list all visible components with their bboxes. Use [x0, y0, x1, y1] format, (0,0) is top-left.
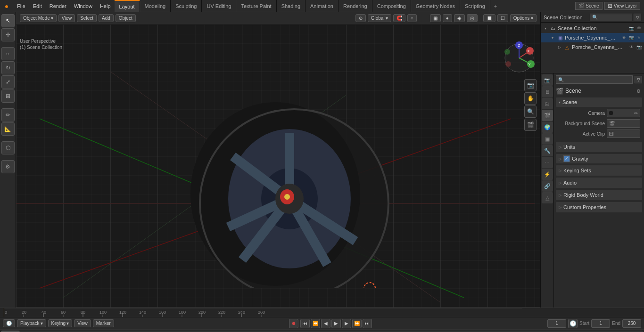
shading-wireframe-btn[interactable]: ▣	[430, 14, 441, 22]
scene-selector[interactable]: 🎬 Scene	[575, 2, 602, 10]
tool-select-box[interactable]: ↖	[1, 14, 15, 27]
shading-rendered-btn[interactable]: ◎	[467, 14, 478, 22]
props-section-scene-header[interactable]: ▾ Scene	[556, 97, 642, 107]
outliner-row-porsche-wheel[interactable]: ▾ ▣ Porsche_Cayenne_Wheel_001 👁 📷 🖱	[541, 33, 644, 42]
tab-modeling[interactable]: Modeling	[140, 0, 171, 12]
props-background-field[interactable]: 🎬	[607, 119, 640, 128]
outliner-expand-porsche[interactable]: ▾	[550, 35, 555, 40]
clock-icon-btn[interactable]: 🕐	[568, 319, 578, 328]
shading-solid-btn[interactable]: ●	[443, 14, 452, 22]
outliner-row-scene-collection[interactable]: ▾ 🗂 Scene Collection 📷 👁	[541, 24, 644, 33]
props-tab-object-data[interactable]: △	[542, 192, 553, 203]
hand-view-btn[interactable]: ✋	[524, 92, 537, 105]
timeline-keying-btn[interactable]: Keying ▾	[48, 319, 73, 327]
transform-space-btn[interactable]: Global ▾	[368, 14, 391, 22]
tab-texture-paint[interactable]: Texture Paint	[236, 0, 276, 12]
tool-transform[interactable]: ⊞	[1, 89, 15, 103]
viewport-object-menu[interactable]: Object	[116, 14, 136, 22]
tab-geometry-nodes[interactable]: Geometry Nodes	[411, 0, 460, 12]
menu-render[interactable]: Render	[46, 0, 70, 12]
tab-uv-editing[interactable]: UV Editing	[202, 0, 236, 12]
tool-scale[interactable]: ⤢	[1, 75, 15, 89]
props-tab-physics[interactable]: ⚡	[542, 169, 553, 180]
props-section-rigid-body-header[interactable]: ▷ Rigid Body World	[556, 190, 642, 200]
object-mode-dropdown[interactable]: Object Mode ▾	[20, 14, 57, 22]
viewport-3d[interactable]: Object Mode ▾ View Select Add Object ⊙ G…	[16, 12, 540, 308]
props-tab-constraints[interactable]: 🔗	[542, 180, 553, 192]
props-camera-field[interactable]: ✏	[607, 109, 640, 117]
props-tab-object[interactable]: ▣	[542, 133, 553, 145]
tab-layout[interactable]: Layout	[115, 0, 140, 12]
props-tab-particles[interactable]: ⋯	[542, 157, 553, 168]
outliner-cam-mesh[interactable]: 📷	[636, 44, 642, 50]
scrollbar-thumb[interactable]	[1, 331, 20, 332]
props-section-audio-header[interactable]: ▷ Audio	[556, 178, 642, 188]
outliner-cursor-porsche[interactable]: 🖱	[636, 34, 642, 41]
start-frame-field[interactable]: 1	[591, 319, 610, 328]
menu-help[interactable]: Help	[96, 0, 115, 12]
transport-step-back-btn[interactable]: ◀	[321, 319, 330, 328]
options-btn[interactable]: Options ▾	[510, 14, 537, 22]
proportional-edit-btn[interactable]: ○	[407, 14, 417, 22]
tool-add-primitive[interactable]: ⬡	[1, 141, 15, 154]
timeline-marker-btn[interactable]: Marker	[93, 319, 114, 327]
props-scene-options[interactable]: ⚙	[635, 87, 642, 95]
props-gravity-checkbox[interactable]: ✓	[563, 155, 570, 162]
props-tab-world[interactable]: 🌍	[542, 121, 553, 133]
tool-cursor[interactable]: ✛	[1, 28, 15, 41]
props-tab-scene[interactable]: 🎬	[542, 110, 553, 121]
outliner-eye-mesh[interactable]: 👁	[628, 44, 635, 50]
viewport-select-menu[interactable]: Select	[77, 14, 97, 22]
outliner-restrict-viewport-scene[interactable]: 📷	[628, 25, 635, 32]
movie-clip-btn[interactable]: 🎬	[524, 119, 537, 131]
timeline-view-btn[interactable]: View	[74, 319, 91, 327]
props-camera-edit[interactable]: ✏	[634, 111, 638, 116]
tab-shading[interactable]: Shading	[277, 0, 305, 12]
tab-scripting[interactable]: Scripting	[460, 0, 490, 12]
viewport-canvas[interactable]: User Perspective (1) Scene Collection X …	[16, 24, 540, 308]
viewport-view-menu[interactable]: View	[58, 14, 75, 22]
menu-window[interactable]: Window	[70, 0, 96, 12]
overlay-btn[interactable]: 🔲	[483, 14, 495, 22]
props-active-clip-field[interactable]: 🎞	[607, 130, 640, 138]
outliner-expand-scene[interactable]: ▾	[543, 25, 548, 31]
end-frame-field[interactable]: 250	[622, 319, 641, 328]
tab-animation[interactable]: Animation	[305, 0, 339, 12]
outliner-row-porsche-mesh[interactable]: ▷ △ Porsche_Cayenne_Whee 👁 📷	[541, 42, 644, 52]
outliner-expand-mesh[interactable]: ▷	[557, 44, 562, 50]
timeline-scrollbar[interactable]	[0, 329, 644, 332]
tool-move[interactable]: ↔	[1, 47, 15, 60]
add-workspace-button[interactable]: +	[490, 0, 501, 12]
props-tab-view-layer[interactable]: 🗂	[542, 98, 553, 109]
tool-options[interactable]: ⚙	[1, 160, 15, 173]
timeline-mode-btn[interactable]: 🕐	[3, 319, 15, 327]
current-frame-field[interactable]: 1	[547, 319, 566, 328]
shading-material-btn[interactable]: ◉	[454, 14, 465, 22]
tool-annotate[interactable]: ✏	[1, 108, 15, 121]
props-tab-render[interactable]: 📷	[542, 74, 553, 86]
props-filter-btn[interactable]: ▽	[635, 76, 642, 83]
props-section-units-header[interactable]: ▷ Units	[556, 142, 642, 152]
props-tab-modifier[interactable]: 🔧	[542, 145, 553, 156]
props-search-input[interactable]	[556, 75, 633, 84]
zoom-btn[interactable]: 🔍	[524, 105, 537, 118]
props-section-gravity-header[interactable]: ▷ ✓ Gravity	[556, 154, 642, 163]
props-section-keying-sets-header[interactable]: ▷ Keying Sets	[556, 165, 642, 176]
outliner-cam-porsche[interactable]: 📷	[628, 34, 635, 41]
timeline-playback-btn[interactable]: Playback ▾	[17, 319, 46, 327]
viewport-add-menu[interactable]: Add	[99, 14, 114, 22]
outliner-filter-btn[interactable]: ▽	[634, 14, 641, 21]
props-section-custom-props-header[interactable]: ▷ Custom Properties	[556, 202, 642, 212]
snap-btn[interactable]: 🧲	[393, 14, 405, 22]
menu-edit[interactable]: Edit	[29, 0, 46, 12]
tab-sculpting[interactable]: Sculpting	[171, 0, 202, 12]
view-layer-selector[interactable]: 🖼 View Layer	[604, 2, 640, 10]
outliner-restrict-render-scene[interactable]: 👁	[636, 25, 642, 32]
menu-file[interactable]: File	[13, 0, 29, 12]
outliner-eye-porsche[interactable]: 👁	[620, 34, 627, 41]
camera-view-btn[interactable]: 📷	[524, 79, 537, 91]
tab-rendering[interactable]: Rendering	[339, 0, 372, 12]
props-tab-output[interactable]: 🖥	[542, 86, 553, 97]
outliner-search-input[interactable]	[590, 14, 632, 21]
transform-pivot-btn[interactable]: ⊙	[355, 14, 366, 22]
